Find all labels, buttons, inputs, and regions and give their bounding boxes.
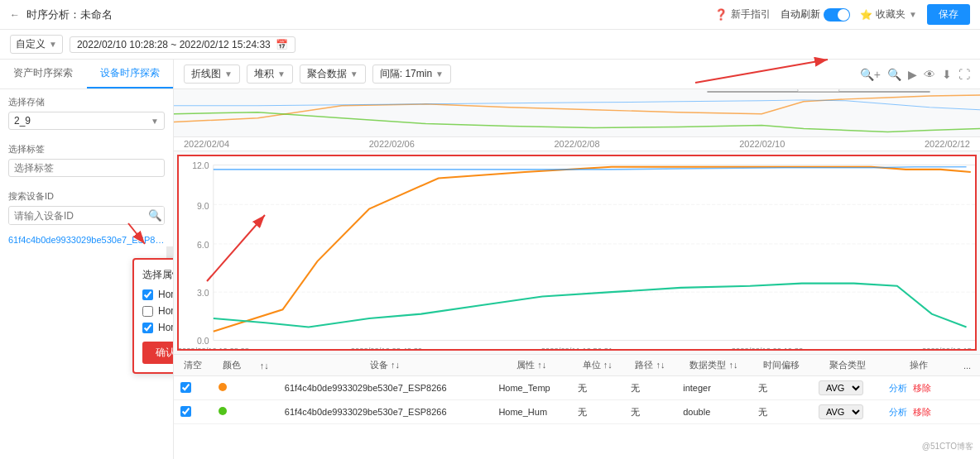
row2-action-cell: 分析 移除: [882, 400, 954, 424]
overview-svg: [174, 89, 980, 136]
table-row: 61f4c4b0de9933029be530e7_ESP8266 Home_Hu…: [174, 400, 980, 424]
svg-rect-1: [179, 156, 975, 349]
col-color: 颜色: [212, 355, 250, 376]
svg-text:2022/02/10 23:42:30: 2022/02/10 23:42:30: [351, 347, 422, 350]
attr-popup-buttons: 确认 取消: [142, 342, 174, 364]
row1-remove-button[interactable]: 移除: [913, 383, 931, 393]
time-range-input[interactable]: 2022/02/10 10:28:28 ~ 2022/02/12 15:24:3…: [70, 36, 295, 53]
col-path: 路径 ↑↓: [624, 355, 677, 376]
col-more: ...: [954, 355, 980, 376]
row1-device-cell: 61f4c4b0de9933029be530e7_ESP8266: [278, 376, 492, 400]
row1-checkbox[interactable]: [180, 382, 191, 393]
stack-select[interactable]: 堆积 ▼: [247, 65, 293, 84]
attr-checkbox-home-light[interactable]: [142, 306, 153, 317]
save-button[interactable]: 保存: [927, 4, 970, 25]
row2-rank-cell: [251, 400, 278, 424]
play-icon[interactable]: ▶: [908, 68, 917, 81]
col-unit: 单位 ↑↓: [571, 355, 624, 376]
row2-unit-cell: 无: [571, 400, 624, 424]
overview-slider[interactable]: 2天+小时: [707, 91, 930, 93]
sidebar: 资产时序探索 设备时序探索 选择存储 2_9 ▼ 选择标签 搜索设备ID 🔍 6…: [0, 60, 174, 459]
table-header-row: 清空 颜色 ↑↓ 设备 ↑↓ 属性 ↑↓ 单位 ↑↓ 路径 ↑↓ 数据类型 ↑↓…: [174, 355, 980, 376]
svg-text:2022/02/12 02:10:32: 2022/02/12 02:10:32: [732, 347, 803, 350]
row1-action-cell: 分析 移除: [882, 376, 954, 400]
svg-text:2022/02/10 10:28:28: 2022/02/10 10:28:28: [179, 347, 249, 350]
device-item[interactable]: 61f4c4b0de9933029be530e7_ESP82...: [0, 232, 173, 248]
col-datatype: 数据类型 ↑↓: [676, 355, 751, 376]
row2-checkbox-cell: [174, 400, 212, 424]
aggregate-select[interactable]: 聚合数据 ▼: [300, 65, 366, 84]
download-icon[interactable]: ⬇: [942, 68, 952, 81]
row2-checkbox[interactable]: [180, 406, 191, 417]
row2-aggregate-cell: AVG MAX MIN: [812, 400, 882, 424]
col-action: 操作: [882, 355, 954, 376]
row2-remove-button[interactable]: 移除: [913, 407, 931, 417]
row1-color-dot: [219, 383, 227, 391]
svg-text:12.0: 12.0: [192, 160, 209, 170]
svg-text:9.0: 9.0: [197, 201, 209, 211]
col-clear: 清空: [174, 355, 212, 376]
col-aggregate: 聚合类型: [812, 355, 882, 376]
attr-checkbox-home-hum[interactable]: [142, 323, 153, 333]
watermark: @51CTO博客: [922, 441, 973, 452]
attr-item-home-light: Home_Light: [142, 305, 174, 317]
search-button[interactable]: 🔍: [143, 207, 165, 224]
row2-timeoffset-cell: 无: [752, 400, 812, 424]
store-select[interactable]: 2_9 ▼: [8, 112, 165, 130]
row1-analyze-button[interactable]: 分析: [889, 383, 907, 393]
device-id-section: 搜索设备ID 🔍: [0, 184, 173, 232]
row2-path-cell: 无: [624, 400, 677, 424]
col-timeoffset: 时间偏移: [752, 355, 812, 376]
store-select-chevron-icon: ▼: [151, 117, 159, 126]
fullscreen-icon[interactable]: ⛶: [958, 68, 970, 81]
row2-aggregate-select[interactable]: AVG MAX MIN: [819, 404, 863, 419]
attr-checkbox-home-temp[interactable]: [142, 289, 153, 300]
zoom-in-icon[interactable]: 🔍+: [860, 68, 881, 81]
aggregate-chevron-icon: ▼: [350, 69, 358, 79]
interval-chevron-icon: ▼: [435, 69, 444, 79]
device-id-input[interactable]: [9, 208, 143, 224]
guide-button[interactable]: ❓ 新手指引: [714, 7, 771, 22]
row2-datatype-cell: double: [676, 400, 751, 424]
time-mode-chevron-icon: ▼: [49, 40, 57, 49]
table-row: 61f4c4b0de9933029be530e7_ESP8266 Home_Te…: [174, 376, 980, 400]
chart-action-icons: 🔍+ 🔍 ▶ 👁 ⬇ ⛶: [860, 68, 970, 81]
time-bar: 自定义 ▼ 2022/02/10 10:28:28 ~ 2022/02/12 1…: [0, 30, 980, 60]
svg-text:2022/02/11 12:56:31: 2022/02/11 12:56:31: [541, 347, 612, 350]
attr-item-home-temp: Home_Temp: [142, 289, 174, 300]
calendar-icon: 📅: [276, 39, 288, 50]
tag-input[interactable]: [8, 159, 165, 177]
tab-device[interactable]: 设备时序探索: [87, 60, 174, 88]
row2-property-cell: Home_Hum: [492, 400, 571, 424]
row2-device-cell: 61f4c4b0de9933029be530e7_ESP8266: [278, 400, 492, 424]
page-title: 时序分析：未命名: [26, 7, 113, 22]
row1-checkbox-cell: [174, 376, 212, 400]
eye-icon[interactable]: 👁: [924, 68, 935, 81]
svg-text:3.0: 3.0: [197, 289, 209, 299]
auto-refresh-toggle[interactable]: [824, 8, 850, 22]
row2-color-dot: [219, 407, 227, 415]
favorites-button[interactable]: ⭐ 收藏夹 ▼: [860, 7, 917, 22]
row1-property-cell: Home_Temp: [492, 376, 571, 400]
data-table-wrap: 清空 颜色 ↑↓ 设备 ↑↓ 属性 ↑↓ 单位 ↑↓ 路径 ↑↓ 数据类型 ↑↓…: [174, 354, 980, 459]
row1-datatype-cell: integer: [676, 376, 751, 400]
confirm-button[interactable]: 确认: [142, 342, 174, 364]
row1-timeoffset-cell: 无: [752, 376, 812, 400]
charts-container: 12.0 9.0 6.0 3.0 0.0 2022/02/10 10:28:28…: [174, 151, 980, 354]
main-chart-svg: 12.0 9.0 6.0 3.0 0.0 2022/02/10 10:28:28…: [179, 156, 975, 349]
sidebar-tabs: 资产时序探索 设备时序探索: [0, 60, 173, 89]
svg-text:6.0: 6.0: [197, 241, 209, 251]
interval-select[interactable]: 间隔: 17min ▼: [372, 65, 451, 84]
row1-aggregate-select[interactable]: AVG MAX MIN: [819, 380, 863, 395]
row2-color-cell: [212, 400, 250, 424]
chart-type-select[interactable]: 折线图 ▼: [184, 65, 240, 84]
row1-unit-cell: 无: [571, 376, 624, 400]
back-icon[interactable]: ←: [10, 9, 20, 21]
attribute-popup: 选择属性 Home_Temp Home_Light Home_Hum 确认 取消: [132, 258, 174, 374]
row2-analyze-button[interactable]: 分析: [889, 407, 907, 417]
auto-refresh-toggle-wrap: 自动刷新: [781, 7, 850, 22]
zoom-out-icon[interactable]: 🔍: [887, 68, 901, 81]
tab-asset[interactable]: 资产时序探索: [0, 60, 87, 88]
col-device: 设备 ↑↓: [278, 355, 492, 376]
time-mode-select[interactable]: 自定义 ▼: [10, 35, 63, 54]
